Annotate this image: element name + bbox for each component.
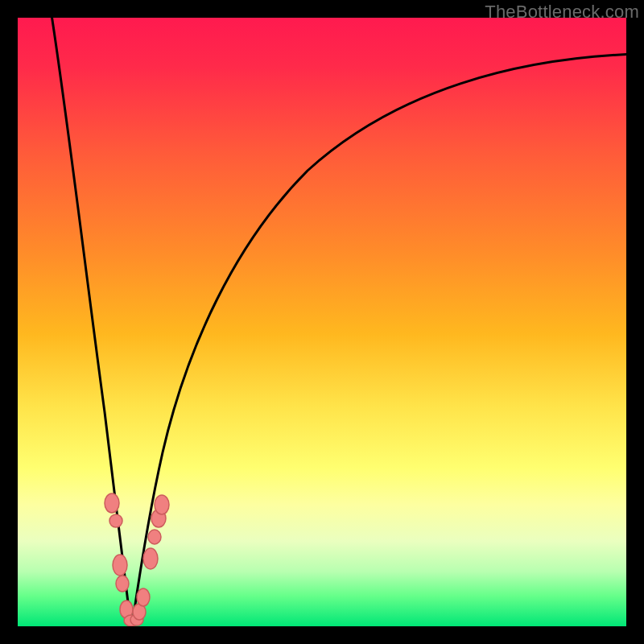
- right-curve: [132, 54, 626, 626]
- chart-svg: [18, 18, 626, 626]
- pt: [137, 588, 150, 606]
- pt: [155, 495, 169, 514]
- pt: [105, 493, 119, 513]
- pt: [109, 514, 122, 527]
- pt: [148, 530, 161, 544]
- watermark-text: TheBottleneck.com: [485, 2, 639, 23]
- plot-area: [18, 18, 626, 626]
- pt: [113, 555, 127, 576]
- point-cluster: [105, 493, 169, 626]
- pt: [143, 548, 158, 569]
- pt: [116, 576, 129, 592]
- left-curve: [51, 18, 132, 626]
- chart-frame: TheBottleneck.com: [0, 0, 644, 644]
